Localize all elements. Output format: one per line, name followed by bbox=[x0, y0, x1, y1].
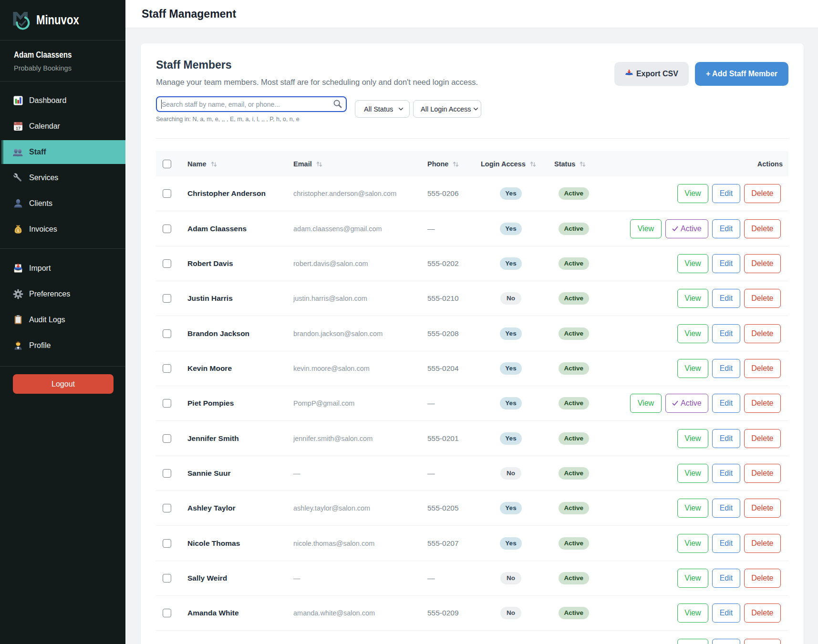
svg-text:17: 17 bbox=[15, 126, 20, 131]
svg-text:$: $ bbox=[17, 228, 19, 233]
